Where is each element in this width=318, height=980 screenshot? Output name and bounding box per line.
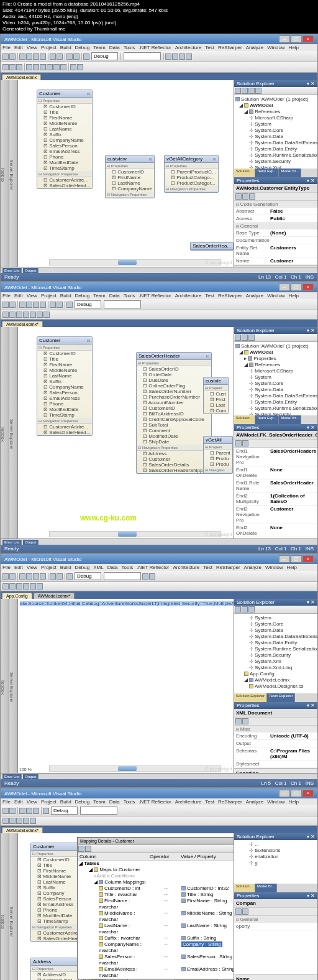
minimize-button[interactable]: –: [279, 35, 290, 43]
toolbox-tab[interactable]: Toolbox: [1, 833, 9, 980]
maximize-button[interactable]: ▢: [291, 284, 302, 291]
h-scrollbar[interactable]: [49, 259, 221, 266]
panel-tab[interactable]: Model Br...: [279, 415, 301, 424]
solution-tree[interactable]: ⊹ System⊹ System.Core⊹ System.Data⊹ Syst…: [234, 614, 317, 693]
minimize-button[interactable]: –: [279, 284, 290, 291]
entity-customer[interactable]: Customer⊡ ⊟ Properties ⊡ CustomerID⊡ Tit…: [37, 336, 93, 436]
menu-file[interactable]: File: [2, 565, 11, 570]
menu-project[interactable]: Project: [41, 45, 57, 50]
menu-window[interactable]: Window: [267, 799, 284, 805]
toolbox-tab[interactable]: Toolbox: [1, 80, 9, 267]
config-dropdown[interactable]: Debug: [75, 300, 101, 308]
error-list-tab[interactable]: Error List: [2, 540, 22, 545]
menu-edit[interactable]: Edit: [14, 565, 23, 570]
solution-tree[interactable]: ⊹ ... ⊹ tExtensions ⊹ erialization ⊹ g: [234, 840, 317, 884]
menu-view[interactable]: View: [27, 799, 37, 805]
toolbar[interactable]: Debug: [1, 51, 317, 62]
property-grid[interactable]: AWModel.Customer EntityType ⊟ Code Gener…: [234, 184, 317, 267]
main-menu[interactable]: FileEditViewProjectBuildDebugTeamDataToo…: [1, 44, 317, 51]
toolbox-tab[interactable]: Toolbox: [1, 599, 9, 773]
panel-tab[interactable]: Team Explorer: [267, 693, 296, 702]
panel-tab[interactable]: Team Exp...: [255, 415, 279, 424]
close-button[interactable]: ×: [302, 35, 314, 43]
menu-xml[interactable]: XML: [93, 565, 103, 570]
server-explorer-tab[interactable]: Server Explorer: [9, 327, 18, 539]
menu-tools[interactable]: Tools: [124, 293, 135, 298]
menu-window[interactable]: Window: [265, 565, 283, 570]
menu-build[interactable]: Build: [60, 293, 71, 298]
appconfig-tab[interactable]: App.Config: [2, 593, 32, 599]
server-explorer-tab[interactable]: Server Explorer: [9, 599, 18, 773]
menu-window[interactable]: Window: [267, 45, 284, 50]
menu-test[interactable]: Test: [205, 45, 214, 50]
close-button[interactable]: ×: [302, 790, 314, 797]
entity-custview[interactable]: custvie ⊟ Properti ⊡ Cust⊡ First⊡ Last⊡ …: [203, 377, 229, 414]
menu-project[interactable]: Project: [41, 293, 57, 298]
menu-help[interactable]: Help: [289, 799, 299, 805]
menu-edit[interactable]: Edit: [14, 293, 23, 298]
menu-debug[interactable]: Debug: [75, 565, 90, 570]
document-tab[interactable]: AWModel.edmx*: [2, 827, 43, 833]
menu-build[interactable]: Build: [60, 565, 71, 570]
menu-netreflector[interactable]: .NET Reflector: [139, 293, 171, 298]
zoom-level[interactable]: 100 %: [19, 767, 32, 772]
server-explorer-tab[interactable]: Server Explorer: [9, 80, 18, 267]
entity-vgetallcategory[interactable]: vGetAllCategory⊡ ⊟ Properties ⊡ ParentPr…: [164, 155, 219, 193]
menu-help[interactable]: Help: [289, 293, 299, 298]
menu-project[interactable]: Project: [41, 799, 57, 805]
toolbar-2[interactable]: [1, 62, 317, 73]
toolbar[interactable]: Debug: [1, 805, 317, 816]
panel-tab[interactable]: Solution...: [234, 415, 255, 424]
document-tab[interactable]: AWModel.edmx*: [2, 321, 43, 327]
xml-editor[interactable]: ata Source=honker64;Initial Catalog=Adve…: [18, 599, 234, 773]
output-tab[interactable]: Output: [23, 774, 39, 779]
main-menu[interactable]: FileEditViewProjectBuildDebugXMLDataTool…: [1, 564, 317, 571]
menu-edit[interactable]: Edit: [14, 45, 23, 50]
menu-window[interactable]: Window: [267, 293, 284, 298]
solution-tree[interactable]: Solution 'AWMOdel' (1 project) ◢ AWMOdel…: [234, 95, 317, 169]
menu-team[interactable]: Team: [93, 293, 106, 298]
property-grid[interactable]: XML Document ⊟ Misc EncodingUnicode (UTF…: [234, 709, 317, 773]
entity-address[interactable]: Address ⊟ Properties ⊡ AddressID⊡ Addres…: [30, 958, 79, 980]
mapping-row[interactable]: FirstName : nvarchar↔FirstName : String: [78, 898, 234, 910]
toolbar-2[interactable]: [1, 582, 317, 591]
edmx-tab[interactable]: AWModel.edmx*: [34, 593, 75, 599]
menu-debug[interactable]: Debug: [75, 45, 90, 50]
toolbar[interactable]: Debug: [1, 571, 317, 582]
maximize-button[interactable]: ▢: [291, 35, 302, 43]
mapping-details-dialog[interactable]: Mapping Details - Customer Column Operat…: [77, 837, 234, 979]
menu-analyze[interactable]: Analyze: [246, 45, 263, 50]
error-list-tab[interactable]: Error List: [2, 268, 22, 273]
menu-edit[interactable]: Edit: [14, 799, 23, 805]
maximize-button[interactable]: ▢: [291, 555, 302, 563]
entity-custview[interactable]: custview⊡ ⊟ Properties ⊡ CustomerID⊡ Fir…: [105, 155, 155, 198]
mapping-row[interactable]: SalesPerson : nvarchar↔SalesPerson : Str…: [78, 954, 234, 966]
menu-team[interactable]: Team: [93, 799, 106, 805]
menu-architecture[interactable]: Architecture: [173, 565, 200, 570]
menu-file[interactable]: File: [2, 799, 11, 805]
toolbar-2[interactable]: [1, 310, 317, 320]
h-scrollbar[interactable]: [49, 765, 221, 772]
close-button[interactable]: ×: [302, 555, 314, 563]
maximize-button[interactable]: ▢: [291, 790, 302, 797]
menu-resharper[interactable]: ReSharper: [218, 799, 242, 805]
menu-netreflector[interactable]: .NET Reflector: [139, 799, 171, 805]
main-menu[interactable]: FileEditViewProjectBuildDebugTeamDataToo…: [1, 292, 317, 299]
menu-data[interactable]: Data: [109, 799, 120, 805]
mapping-row[interactable]: Title : nvarchar↔Title : String: [78, 892, 234, 898]
mapping-row[interactable]: Suffix : nvarchar↔Suffix : String: [78, 935, 234, 941]
mapping-row[interactable]: CustomerID : int↔CustomerID : Int32: [78, 885, 234, 892]
error-list-tab[interactable]: Error List: [2, 774, 22, 779]
panel-tab[interactable]: Team Exp...: [255, 169, 279, 177]
menu-test[interactable]: Test: [205, 799, 214, 805]
mapping-row[interactable]: MiddleName : nvarchar↔MiddleName : Strin…: [78, 910, 234, 923]
menu-netreflector[interactable]: .NET Reflector: [139, 45, 171, 50]
menu-data[interactable]: Data: [109, 45, 120, 50]
output-tab[interactable]: Output: [23, 268, 39, 273]
edmx-designer[interactable]: Customer ⊟ Properties ⊡ CustomerID⊡ Titl…: [18, 833, 234, 980]
menu-architecture[interactable]: Architecture: [175, 799, 202, 805]
toolbox-tab[interactable]: Toolbox: [1, 327, 9, 539]
menu-resharper[interactable]: ReSharper: [216, 565, 240, 570]
menu-tools[interactable]: Tools: [122, 565, 134, 570]
property-grid[interactable]: Compan ⊟ General operty NameThe name of …: [234, 899, 317, 980]
